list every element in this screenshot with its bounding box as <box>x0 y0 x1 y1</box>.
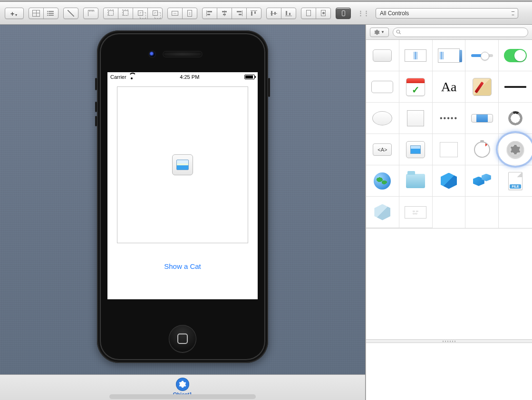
control-cube-dim[interactable] <box>366 197 399 228</box>
fit-width-button[interactable] <box>167 8 183 19</box>
ruler-button[interactable] <box>83 8 98 19</box>
show-a-cat-button[interactable]: Show a Cat <box>107 262 258 270</box>
control-color-well[interactable] <box>465 71 499 103</box>
control-button[interactable] <box>366 40 399 71</box>
library-options-button[interactable]: ▼ <box>370 28 389 37</box>
objects-dock: Object1 <box>0 374 365 400</box>
controls-grid: Aa ••••• <A> ▭ ▭▭ <box>366 40 532 229</box>
carrier-label: Carrier <box>110 74 126 80</box>
control-cubes[interactable] <box>465 165 499 197</box>
align-vcenter-button[interactable] <box>266 8 281 19</box>
detail-pane <box>366 343 532 400</box>
device-earpiece-icon <box>164 52 202 57</box>
device-button[interactable] <box>336 8 351 19</box>
image-well[interactable] <box>117 86 248 243</box>
control-cube-blue[interactable] <box>433 165 466 197</box>
doc-person-button[interactable] <box>316 8 331 19</box>
align-right-button[interactable] <box>232 8 247 19</box>
empty-cell <box>433 197 466 228</box>
image-well-placeholder-icon <box>172 154 193 175</box>
control-box[interactable] <box>399 103 433 134</box>
device-volume-up-icon <box>95 102 97 112</box>
canvas: Carrier 4:25 PM Show a Cat <box>0 25 366 400</box>
empty-cell <box>499 197 532 228</box>
add-object-button[interactable] <box>5 8 24 19</box>
library-panel: ▼ Aa ••••• <A> <box>366 25 532 400</box>
control-web-view[interactable]: <A> <box>366 134 399 165</box>
status-bar: Carrier 4:25 PM <box>107 72 258 82</box>
align-top-button[interactable] <box>246 8 261 19</box>
control-text-view[interactable] <box>433 40 466 71</box>
controls-filter-popup[interactable]: All Controls <box>376 8 518 19</box>
magic-wand-button[interactable] <box>63 8 78 19</box>
canvas-scroll[interactable]: Carrier 4:25 PM Show a Cat <box>0 25 365 374</box>
control-oval[interactable] <box>366 103 399 134</box>
battery-icon <box>244 75 255 79</box>
align-left-button[interactable] <box>202 8 217 19</box>
highlight-ring-icon <box>496 131 532 168</box>
control-image-well[interactable] <box>399 134 433 165</box>
dock-scrollbar[interactable] <box>109 394 255 399</box>
control-page-control[interactable]: ••••• <box>433 103 466 134</box>
wifi-icon <box>128 75 135 79</box>
control-text-field[interactable] <box>399 40 433 71</box>
control-separator[interactable] <box>499 71 532 103</box>
align-bottom-button[interactable] <box>281 8 296 19</box>
grid-view-button[interactable] <box>29 8 44 19</box>
doc-portrait-button[interactable] <box>301 8 316 19</box>
control-timer[interactable] <box>465 134 499 165</box>
toolbar: ⋮⋮ All Controls <box>0 2 532 25</box>
control-slider[interactable] <box>465 40 499 71</box>
control-label[interactable]: Aa <box>433 71 466 103</box>
align-hcenter-button[interactable] <box>217 8 232 19</box>
home-button-icon <box>169 325 196 352</box>
library-spacer <box>366 229 532 339</box>
list-view-button[interactable] <box>43 8 58 19</box>
control-file-template[interactable] <box>499 165 532 197</box>
empty-cell <box>465 197 499 228</box>
control-segmented[interactable] <box>366 71 399 103</box>
control-web-globe[interactable] <box>366 165 399 197</box>
clock-label: 4:25 PM <box>180 74 199 80</box>
bring-to-front-button[interactable] <box>147 8 163 19</box>
device-mute-switch-icon <box>95 78 97 90</box>
bring-forward-button[interactable] <box>133 8 148 19</box>
detail-splitter[interactable] <box>366 339 532 343</box>
send-to-back-button[interactable] <box>118 8 133 19</box>
control-table-view[interactable] <box>433 134 466 165</box>
control-progress-bar[interactable] <box>465 103 499 134</box>
control-folder[interactable] <box>399 165 433 197</box>
dock-object-icon[interactable] <box>176 378 189 390</box>
device-volume-down-icon <box>95 116 97 126</box>
control-date-picker[interactable] <box>399 71 433 103</box>
control-activity-indicator[interactable] <box>499 103 532 134</box>
library-search-input[interactable] <box>393 28 528 37</box>
control-object-controller[interactable] <box>499 134 532 165</box>
send-backward-button[interactable] <box>103 8 118 19</box>
control-nib-window[interactable]: ▭ ▭▭▭ <box>399 197 433 228</box>
device-camera-icon <box>149 51 155 57</box>
device-screen[interactable]: Carrier 4:25 PM Show a Cat <box>107 72 258 299</box>
controls-filter-label: All Controls <box>380 10 409 17</box>
show-a-cat-label: Show a Cat <box>164 262 201 270</box>
toolbar-overflow-icon: ⋮⋮ <box>356 10 371 17</box>
fit-height-button[interactable] <box>182 8 197 19</box>
device-power-button-icon <box>268 78 270 97</box>
control-switch[interactable] <box>499 40 532 71</box>
device-frame: Carrier 4:25 PM Show a Cat <box>97 30 268 363</box>
